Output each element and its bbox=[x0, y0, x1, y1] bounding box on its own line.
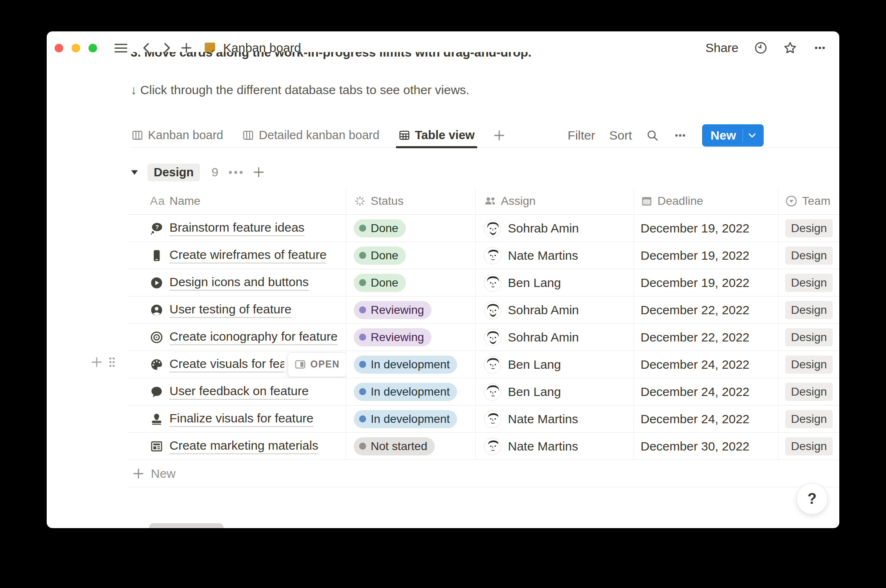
team-cell[interactable]: Design bbox=[779, 242, 839, 269]
person-icon bbox=[150, 303, 163, 317]
sidebar-menu-icon[interactable] bbox=[114, 44, 127, 52]
group-count: 9 bbox=[212, 165, 219, 179]
table-row: User testing of feature Reviewing Sohrab… bbox=[127, 296, 839, 324]
column-header-assign[interactable]: Assign bbox=[476, 187, 634, 214]
target-icon bbox=[150, 331, 163, 344]
team-cell[interactable]: Design bbox=[779, 351, 839, 378]
drag-handle-icon[interactable] bbox=[108, 356, 116, 368]
more-options-icon[interactable] bbox=[813, 41, 827, 55]
group-name-badge[interactable]: Design bbox=[148, 164, 200, 181]
name-cell[interactable]: Create marketing materials bbox=[127, 433, 346, 460]
column-header-team[interactable]: Team bbox=[779, 187, 839, 214]
collapse-triangle-icon[interactable] bbox=[131, 169, 138, 176]
name-cell[interactable]: User testing of feature bbox=[127, 296, 346, 323]
deadline-cell[interactable]: December 22, 2022 bbox=[634, 324, 779, 351]
page-link[interactable]: Create marketing materials bbox=[150, 439, 318, 454]
page-link[interactable]: User testing of feature bbox=[150, 302, 291, 318]
updates-clock-icon[interactable] bbox=[754, 41, 767, 55]
deadline-cell[interactable]: December 19, 2022 bbox=[634, 215, 779, 242]
status-cell[interactable]: Reviewing bbox=[346, 296, 476, 323]
minimize-window-button[interactable] bbox=[71, 44, 80, 52]
team-cell[interactable]: Design bbox=[779, 269, 839, 296]
help-button[interactable]: ? bbox=[796, 483, 828, 514]
view-tab-detailed-kanban-board[interactable]: Detailed kanban board bbox=[241, 123, 380, 147]
status-cell[interactable]: In development bbox=[346, 378, 476, 405]
deadline-cell[interactable]: December 24, 2022 bbox=[634, 351, 779, 378]
new-row-button[interactable]: New bbox=[127, 460, 839, 487]
zoom-window-button[interactable] bbox=[88, 44, 97, 52]
name-cell[interactable]: ? Brainstorm feature ideas bbox=[127, 215, 346, 242]
status-cell[interactable]: In development bbox=[346, 351, 476, 378]
group-add-icon[interactable] bbox=[252, 166, 265, 178]
calendar-icon bbox=[641, 195, 653, 207]
view-options-dots-icon[interactable] bbox=[673, 128, 687, 142]
assign-cell[interactable]: Sohrab Amin bbox=[476, 296, 634, 323]
add-row-plus-icon[interactable] bbox=[91, 356, 103, 368]
name-cell[interactable]: Finalize visuals for feature bbox=[127, 405, 346, 432]
name-cell[interactable]: Create wireframes of feature bbox=[127, 242, 346, 269]
name-cell[interactable]: Create iconography for feature bbox=[127, 324, 346, 351]
view-tab-table-view[interactable]: Table view bbox=[398, 123, 476, 147]
status-cell[interactable]: Done bbox=[346, 242, 476, 269]
deadline-cell[interactable]: December 24, 2022 bbox=[634, 405, 779, 432]
status-cell[interactable]: In development bbox=[346, 405, 476, 432]
status-cell[interactable]: Done bbox=[346, 269, 476, 296]
assign-cell[interactable]: Nate Martins bbox=[476, 242, 634, 269]
page-link[interactable]: Create iconography for feature bbox=[150, 330, 338, 345]
name-cell[interactable]: Design icons and buttons bbox=[127, 269, 346, 296]
deadline-cell[interactable]: December 19, 2022 bbox=[634, 269, 779, 296]
view-tab-kanban-board[interactable]: Kanban board bbox=[131, 123, 224, 147]
assign-cell[interactable]: Ben Lang bbox=[476, 269, 634, 296]
new-dropdown-chevron-icon[interactable] bbox=[743, 130, 761, 140]
search-icon[interactable] bbox=[646, 129, 659, 142]
team-cell[interactable]: Design bbox=[779, 215, 839, 242]
close-window-button[interactable] bbox=[55, 44, 63, 52]
deadline-cell[interactable]: December 30, 2022 bbox=[634, 433, 779, 460]
page-link[interactable]: ? Brainstorm feature ideas bbox=[150, 220, 305, 236]
row-hover-rail bbox=[91, 356, 116, 368]
page-link[interactable]: Create visuals for feature bbox=[150, 357, 284, 372]
assign-cell[interactable]: Ben Lang bbox=[476, 351, 634, 378]
partial-bottom-element bbox=[149, 523, 224, 528]
status-cell[interactable]: Reviewing bbox=[346, 324, 476, 351]
column-header-name[interactable]: Aa Name bbox=[127, 187, 346, 214]
team-cell[interactable]: Design bbox=[779, 405, 839, 432]
group-options-icon[interactable] bbox=[229, 171, 243, 174]
open-button[interactable]: OPEN bbox=[288, 352, 346, 377]
avatar bbox=[484, 220, 501, 237]
filter-button[interactable]: Filter bbox=[568, 128, 595, 142]
name-cell[interactable]: User feedback on feature bbox=[127, 378, 346, 405]
assign-cell[interactable]: Sohrab Amin bbox=[476, 324, 634, 351]
sort-button[interactable]: Sort bbox=[609, 128, 632, 142]
team-cell[interactable]: Design bbox=[779, 378, 839, 405]
assign-cell[interactable]: Nate Martins bbox=[476, 433, 634, 460]
speech-bubble-icon bbox=[150, 385, 163, 398]
column-header-status[interactable]: Status bbox=[346, 187, 476, 214]
team-cell[interactable]: Design bbox=[779, 296, 839, 323]
table-row: Finalize visuals for feature In developm… bbox=[127, 405, 839, 433]
add-view-icon[interactable] bbox=[493, 129, 505, 142]
deadline-cell[interactable]: December 22, 2022 bbox=[634, 296, 779, 323]
team-cell[interactable]: Design bbox=[779, 433, 839, 460]
assign-cell[interactable]: Ben Lang bbox=[476, 378, 634, 405]
status-cell[interactable]: Done bbox=[346, 215, 476, 242]
assign-cell[interactable]: Sohrab Amin bbox=[476, 215, 634, 242]
status-spinner-icon bbox=[354, 195, 366, 207]
deadline-cell[interactable]: December 24, 2022 bbox=[634, 378, 779, 405]
assign-cell[interactable]: Nate Martins bbox=[476, 405, 634, 432]
team-cell[interactable]: Design bbox=[779, 324, 839, 351]
favorite-star-icon[interactable] bbox=[783, 41, 797, 55]
database-viewbar: Kanban boardDetailed kanban boardTable v… bbox=[131, 123, 839, 148]
name-cell[interactable]: Create visuals for feature OPEN bbox=[127, 351, 346, 378]
page-link[interactable]: User feedback on feature bbox=[150, 384, 309, 400]
deadline-cell[interactable]: December 19, 2022 bbox=[634, 242, 779, 269]
page-link[interactable]: Design icons and buttons bbox=[150, 275, 309, 291]
mobile-phone-icon bbox=[150, 249, 163, 262]
new-button[interactable]: New bbox=[702, 124, 764, 147]
share-button[interactable]: Share bbox=[705, 41, 738, 55]
page-link[interactable]: Finalize visuals for feature bbox=[150, 411, 314, 427]
page-link[interactable]: Create wireframes of feature bbox=[150, 248, 326, 263]
status-cell[interactable]: Not started bbox=[346, 433, 476, 460]
group-header: Design 9 bbox=[131, 162, 265, 182]
column-header-deadline[interactable]: Deadline bbox=[634, 187, 779, 214]
